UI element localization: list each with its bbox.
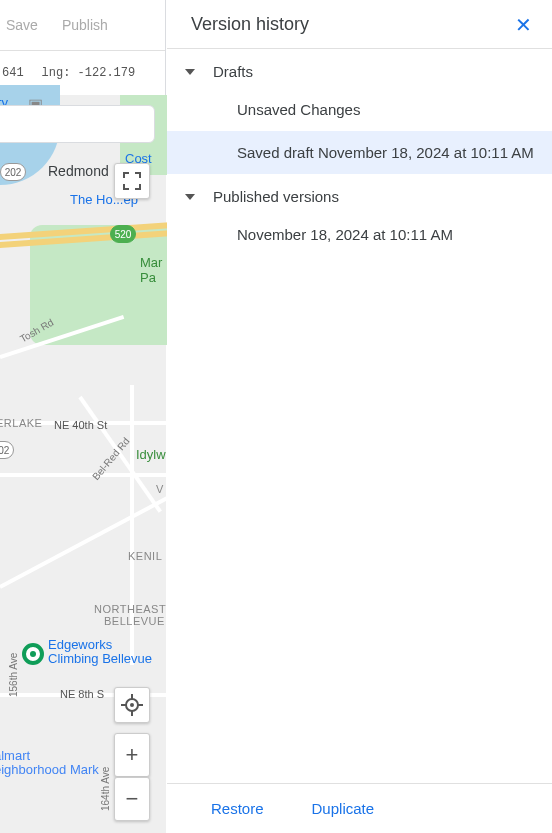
draft-item-unsaved[interactable]: Unsaved Changes — [167, 88, 552, 131]
draft-item-label: Saved draft November 18, 2024 at 10:11 A… — [237, 144, 534, 161]
map-label-156th: 156th Ave — [8, 653, 19, 697]
version-history-panel: Version history ✕ Drafts Unsaved Changes… — [167, 0, 552, 833]
zoom-out-button[interactable]: − — [114, 777, 150, 821]
draft-item-label: Unsaved Changes — [237, 101, 360, 118]
map-column: Save Publish 641 lng: -122.179 ary ▣ Red… — [0, 0, 166, 833]
map-label-8th: NE 8th S — [60, 688, 104, 700]
map-label-edgeworks2: Climbing Bellevue — [48, 651, 152, 666]
panel-footer: Restore Duplicate — [167, 783, 552, 833]
map-label-kenil: KENIL — [128, 550, 162, 562]
map-label-erlake: ERLAKE — [0, 417, 42, 429]
draft-item-saved[interactable]: Saved draft November 18, 2024 at 10:11 A… — [167, 131, 552, 174]
latitude-value: 641 — [2, 66, 24, 80]
poi-pin-icon — [22, 643, 44, 665]
hwy-shield-202: 202 — [0, 163, 26, 181]
map-label-city-redmond: Redmond — [48, 163, 109, 179]
published-item-label: November 18, 2024 at 10:11 AM — [237, 226, 453, 243]
hwy-shield-520: 520 — [110, 225, 136, 243]
map-label-walmart1: almart — [0, 748, 30, 763]
close-icon[interactable]: ✕ — [515, 15, 532, 35]
map-canvas[interactable]: ary ▣ Redmond Cost The Ho...ep 520 202 2… — [0, 95, 166, 833]
section-toggle-published[interactable]: Published versions — [167, 174, 552, 213]
published-item[interactable]: November 18, 2024 at 10:11 AM — [167, 213, 552, 256]
map-label-idylw: Idylw — [136, 447, 166, 462]
section-toggle-drafts[interactable]: Drafts — [167, 49, 552, 88]
longitude-value: lng: -122.179 — [42, 66, 136, 80]
gps-icon — [122, 695, 142, 715]
map-label-v: V — [156, 483, 164, 495]
editor-toolbar: Save Publish — [0, 0, 165, 51]
save-button[interactable]: Save — [6, 17, 38, 33]
publish-button[interactable]: Publish — [62, 17, 108, 33]
fullscreen-button[interactable] — [114, 163, 150, 199]
map-search-input[interactable] — [0, 105, 155, 143]
panel-header: Version history ✕ — [167, 0, 552, 49]
map-label-164th: 164th Ave — [100, 767, 111, 811]
section-title-published: Published versions — [213, 188, 339, 205]
duplicate-button[interactable]: Duplicate — [312, 800, 375, 817]
map-label-walmart2: eighborhood Mark — [0, 762, 99, 777]
fullscreen-icon — [123, 172, 141, 190]
panel-title: Version history — [191, 14, 309, 35]
map-label-nebell1: NORTHEAST — [94, 603, 166, 615]
chevron-down-icon — [185, 69, 195, 75]
map-label-40th: NE 40th St — [54, 419, 107, 431]
map-label-edgeworks1: Edgeworks — [48, 637, 112, 652]
section-title-drafts: Drafts — [213, 63, 253, 80]
chevron-down-icon — [185, 194, 195, 200]
zoom-in-button[interactable]: + — [114, 733, 150, 777]
locate-button[interactable] — [114, 687, 150, 723]
map-label-nebell2: BELLEVUE — [104, 615, 165, 627]
restore-button[interactable]: Restore — [211, 800, 264, 817]
map-label-park: Mar Pa — [140, 255, 162, 285]
